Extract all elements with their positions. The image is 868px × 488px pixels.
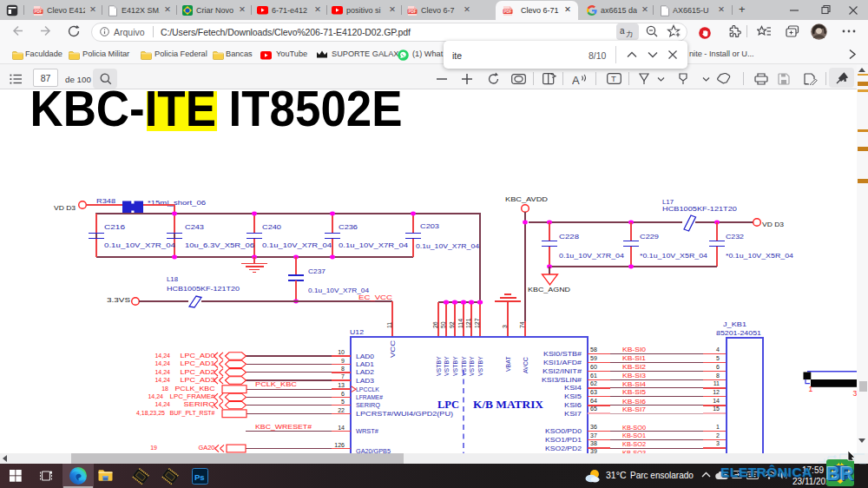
- svg-text:92: 92: [449, 321, 455, 328]
- svg-text:AVCC: AVCC: [523, 357, 529, 373]
- svg-text:62: 62: [590, 380, 597, 386]
- svg-text:26: 26: [432, 321, 438, 328]
- svg-text:11: 11: [713, 380, 720, 386]
- svg-text:64: 64: [590, 398, 597, 404]
- svg-text:PCLK_KBC: PCLK_KBC: [255, 381, 297, 388]
- svg-text:VBAT: VBAT: [505, 356, 511, 372]
- svg-text:C228: C228: [559, 234, 579, 240]
- svg-text:VSTBY: VSTBY: [436, 356, 442, 376]
- svg-text:22: 22: [338, 407, 345, 413]
- svg-text:8: 8: [716, 373, 720, 379]
- svg-text:10u_6.3V_X5R_06: 10u_6.3V_X5R_06: [185, 242, 254, 249]
- svg-text:19: 19: [150, 445, 157, 451]
- svg-text:VSTBY: VSTBY: [477, 356, 483, 376]
- svg-text:7: 7: [341, 373, 345, 379]
- svg-text:U12: U12: [350, 328, 365, 336]
- svg-text:LPC_AD1: LPC_AD1: [181, 360, 215, 367]
- svg-text:65: 65: [590, 406, 597, 412]
- svg-text:VCC: VCC: [390, 340, 396, 358]
- svg-text:R348: R348: [96, 197, 116, 205]
- svg-text:EC_VCC: EC_VCC: [358, 293, 393, 301]
- svg-text:C236: C236: [339, 224, 358, 230]
- svg-text:K/B MATRIX: K/B MATRIX: [473, 399, 543, 411]
- svg-text:L18: L18: [167, 276, 178, 282]
- svg-text:KSI3/SLIN#: KSI3/SLIN#: [542, 377, 582, 383]
- svg-text:3: 3: [502, 325, 508, 328]
- svg-text:59: 59: [590, 355, 597, 361]
- svg-text:KBC_WRESET#: KBC_WRESET#: [255, 424, 312, 431]
- svg-text:18: 18: [161, 386, 168, 392]
- svg-text:*0.1u_10V_X5R_04: *0.1u_10V_X5R_04: [640, 253, 707, 260]
- svg-text:C237: C237: [308, 268, 326, 274]
- svg-text:PCLK_KBC: PCLK_KBC: [175, 386, 215, 392]
- svg-text:13: 13: [338, 382, 345, 388]
- svg-text:KB-SI4: KB-SI4: [622, 381, 646, 387]
- svg-text:0.1u_10V_X7R_04: 0.1u_10V_X7R_04: [262, 242, 332, 249]
- svg-text:6: 6: [716, 364, 720, 370]
- svg-text:KBC-ITE IT8502E: KBC-ITE IT8502E: [30, 89, 403, 136]
- svg-text:58: 58: [590, 346, 597, 353]
- svg-text:4,18,23,25: 4,18,23,25: [136, 410, 165, 416]
- svg-text:LPC_AD0: LPC_AD0: [181, 353, 215, 359]
- svg-text:0.1u_10V_X7R_04: 0.1u_10V_X7R_04: [339, 242, 408, 249]
- svg-text:KB-SI5: KB-SI5: [622, 389, 646, 395]
- svg-text:LPCRST#/WUI4/GPD2(PU): LPCRST#/WUI4/GPD2(PU): [356, 411, 453, 418]
- svg-text:PDF: PDF: [504, 10, 512, 14]
- svg-text:74: 74: [519, 321, 525, 328]
- svg-text:KB-SO1: KB-SO1: [622, 432, 646, 439]
- svg-text:1: 1: [809, 385, 813, 393]
- svg-text:8: 8: [341, 366, 345, 372]
- svg-text:VD D3: VD D3: [762, 221, 785, 228]
- svg-text:KB-SO2: KB-SO2: [622, 441, 646, 447]
- svg-text:VD D3: VD D3: [54, 204, 76, 212]
- svg-text:C229: C229: [640, 234, 659, 240]
- svg-text:a: a: [620, 26, 625, 36]
- svg-text:KSI1/AFD#: KSI1/AFD#: [543, 359, 582, 366]
- svg-text:4: 4: [716, 346, 720, 353]
- svg-text:KSO1/PD1: KSO1/PD1: [545, 437, 582, 443]
- svg-text:LAD0: LAD0: [356, 353, 374, 359]
- svg-text:VSTBY: VSTBY: [444, 356, 450, 376]
- svg-text:5: 5: [716, 355, 720, 361]
- svg-text:C203: C203: [420, 223, 439, 229]
- svg-text:LPC_AD3: LPC_AD3: [181, 377, 215, 384]
- svg-text:VSTBY: VSTBY: [469, 356, 475, 376]
- svg-text:C243: C243: [185, 224, 204, 230]
- svg-text:9: 9: [341, 358, 345, 364]
- svg-text:KBC_AVDD: KBC_AVDD: [505, 195, 548, 203]
- svg-text:WRST#: WRST#: [356, 428, 378, 434]
- svg-text:LAD1: LAD1: [356, 361, 374, 367]
- svg-text:LPC: LPC: [437, 399, 459, 411]
- svg-text:0.1u_10V_X7R_04: 0.1u_10V_X7R_04: [559, 253, 624, 260]
- svg-text:KSI7: KSI7: [564, 411, 582, 417]
- svg-text:127: 127: [474, 318, 480, 328]
- svg-text:KB-SI7: KB-SI7: [622, 406, 646, 412]
- svg-text:SERIRQ: SERIRQ: [356, 402, 381, 409]
- svg-text:KB-SI1: KB-SI1: [622, 355, 646, 361]
- svg-text:PDF: PDF: [35, 10, 43, 14]
- svg-text:HCB1005KF-121T20: HCB1005KF-121T20: [167, 286, 240, 292]
- svg-text:14,24: 14,24: [155, 369, 170, 375]
- svg-text:*0.1u_10V_X5R_04: *0.1u_10V_X5R_04: [726, 253, 793, 260]
- svg-text:KSI5: KSI5: [564, 393, 582, 399]
- svg-text:3: 3: [716, 440, 720, 446]
- svg-text:1: 1: [716, 424, 720, 430]
- svg-text:C216: C216: [104, 224, 125, 230]
- svg-text:VSTBY: VSTBY: [452, 356, 458, 376]
- svg-text:KB-SI3: KB-SI3: [622, 373, 646, 379]
- svg-text:KB-SI0: KB-SI0: [622, 346, 646, 353]
- svg-text:A: A: [572, 73, 580, 86]
- svg-text:14,24: 14,24: [155, 353, 170, 359]
- svg-text:14: 14: [713, 398, 720, 404]
- svg-text:C240: C240: [262, 224, 281, 230]
- svg-text:60: 60: [590, 364, 597, 370]
- svg-text:L17: L17: [662, 199, 674, 205]
- svg-text:T: T: [611, 74, 616, 83]
- svg-text:KB-SI6: KB-SI6: [622, 399, 646, 405]
- svg-text:BUF_PLT_RST#: BUF_PLT_RST#: [170, 410, 215, 417]
- svg-text:LPC_FRAME#: LPC_FRAME#: [170, 393, 215, 400]
- svg-text:38: 38: [590, 440, 597, 446]
- svg-text:14,24: 14,24: [155, 401, 170, 407]
- svg-text:KSI6: KSI6: [564, 402, 582, 408]
- svg-text:50: 50: [440, 321, 446, 328]
